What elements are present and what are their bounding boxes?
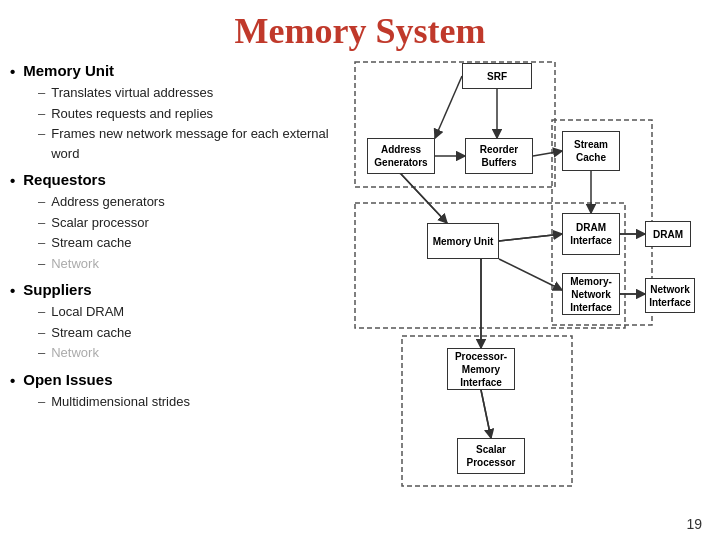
right-panel: SRF Address Generators Reorder Buffers S… (330, 58, 710, 518)
left-panel: • Memory Unit –Translates virtual addres… (10, 58, 330, 518)
bullet1-item3: Frames new network message for each exte… (51, 124, 330, 163)
bullet2-item4: Network (51, 254, 99, 274)
proc-mem-box: Processor- Memory Interface (447, 348, 515, 390)
addr-gen-box: Address Generators (367, 138, 435, 174)
bullet4-label: Open Issues (23, 371, 112, 388)
page-title: Memory System (0, 0, 720, 58)
bullet1-item2: Routes requests and replies (51, 104, 213, 124)
bullet3-item2: Stream cache (51, 323, 131, 343)
memory-unit-box: Memory Unit (427, 223, 499, 259)
bullet4-item1: Multidimensional strides (51, 392, 190, 412)
network-interface-box: Network Interface (645, 278, 695, 313)
bullet2-item2: Scalar processor (51, 213, 149, 233)
bullet1-item1: Translates virtual addresses (51, 83, 213, 103)
bullet-memory-unit: • Memory Unit –Translates virtual addres… (10, 62, 330, 163)
dram-interface-box: DRAM Interface (562, 213, 620, 255)
reorder-box: Reorder Buffers (465, 138, 533, 174)
svg-line-19 (481, 390, 491, 438)
bullet2-item3: Stream cache (51, 233, 131, 253)
bullet-dot-3: • (10, 282, 15, 299)
bullet-dot-2: • (10, 172, 15, 189)
bullet-requestors: • Requestors –Address generators –Scalar… (10, 171, 330, 273)
srf-box: SRF (462, 63, 532, 89)
svg-line-21 (401, 174, 447, 223)
bullet3-label: Suppliers (23, 281, 91, 298)
bullet1-label: Memory Unit (23, 62, 114, 79)
page-number: 19 (686, 516, 702, 532)
svg-line-5 (435, 76, 462, 138)
bullet-suppliers: • Suppliers –Local DRAM –Stream cache –N… (10, 281, 330, 363)
scalar-proc-box: Scalar Processor (457, 438, 525, 474)
dram-box: DRAM (645, 221, 691, 247)
bullet2-label: Requestors (23, 171, 106, 188)
svg-line-7 (533, 151, 562, 156)
bullet3-item3: Network (51, 343, 99, 363)
diagram: SRF Address Generators Reorder Buffers S… (347, 58, 702, 498)
bullet-dot-1: • (10, 63, 15, 80)
bullet-open-issues: • Open Issues –Multidimensional strides (10, 371, 330, 412)
stream-cache-box: Stream Cache (562, 131, 620, 171)
bullet3-item1: Local DRAM (51, 302, 124, 322)
bullet-dot-4: • (10, 372, 15, 389)
mem-network-box: Memory- Network Interface (562, 273, 620, 315)
bullet2-item1: Address generators (51, 192, 164, 212)
